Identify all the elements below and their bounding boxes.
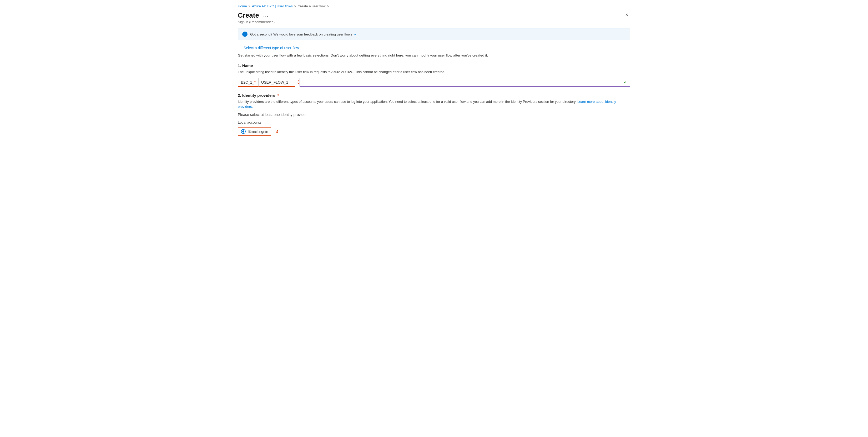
select-provider-text: Please select at least one identity prov… [238, 113, 630, 117]
description-text: Get started with your user flow with a f… [238, 53, 630, 58]
name-prefix-box: B2C_1_ * [238, 78, 258, 87]
close-button[interactable]: × [623, 11, 630, 18]
ellipsis-button[interactable]: ... [262, 12, 270, 19]
name-full-input-box[interactable]: ✓ [300, 78, 630, 87]
email-signin-row: Email signin 4 [238, 127, 630, 137]
header-row: Create ... × [238, 11, 630, 20]
name-input-row: B2C_1_ * USER_FLOW_1 3 ✓ [238, 78, 630, 87]
breadcrumb-sep-2: > [294, 4, 296, 8]
section-name-title: 1. Name [238, 63, 630, 68]
radio-inner [242, 130, 244, 132]
breadcrumb-sep-3: > [327, 4, 329, 8]
annotation-3: 3 [297, 78, 300, 87]
page-title: Create [238, 11, 259, 20]
header-title-block: Create ... [238, 11, 270, 20]
annotation-4: 4 [276, 130, 278, 134]
section-identity-title: 2. Identity providers * [238, 93, 630, 98]
local-accounts-label: Local accounts [238, 120, 630, 124]
section-identity-description: Identity providers are the different typ… [238, 99, 630, 110]
email-signin-label: Email signin [248, 129, 268, 133]
subtitle: Sign in (Recommended) [238, 20, 630, 24]
select-different-type-link[interactable]: ← Select a different type of user flow [238, 45, 299, 50]
breadcrumb: Home > Azure AD B2C | User flows > Creat… [238, 4, 630, 8]
name-input-value: USER_FLOW_1 [261, 80, 288, 85]
email-signin-option[interactable]: Email signin [238, 127, 271, 136]
info-banner-text: Got a second? We would love your feedbac… [250, 32, 356, 36]
info-icon: i [242, 32, 248, 37]
identity-required-star: * [278, 93, 279, 98]
checkmark-icon: ✓ [624, 80, 627, 85]
select-link-label: Select a different type of user flow [244, 46, 299, 50]
back-arrow-icon: ← [238, 45, 242, 50]
breadcrumb-home[interactable]: Home [238, 4, 247, 8]
name-full-input[interactable] [303, 80, 627, 85]
breadcrumb-user-flows[interactable]: Azure AD B2C | User flows [252, 4, 293, 8]
breadcrumb-sep-1: > [249, 4, 250, 8]
section-name: 1. Name The unique string used to identi… [238, 63, 630, 87]
section-name-description: The unique string used to identify this … [238, 69, 630, 75]
prefix-label: B2C_1_ [241, 80, 254, 85]
breadcrumb-current: Create a user flow [298, 4, 326, 8]
info-banner-arrow: → [353, 32, 356, 36]
radio-circle [241, 129, 246, 134]
required-star: * [254, 80, 256, 85]
info-banner-link[interactable]: → [353, 32, 356, 36]
page-container: Home > Azure AD B2C | User flows > Creat… [231, 0, 637, 154]
section-identity: 2. Identity providers * Identity provide… [238, 93, 630, 137]
info-banner: i Got a second? We would love your feedb… [238, 28, 630, 40]
name-inner-input-box[interactable]: USER_FLOW_1 [258, 78, 295, 87]
